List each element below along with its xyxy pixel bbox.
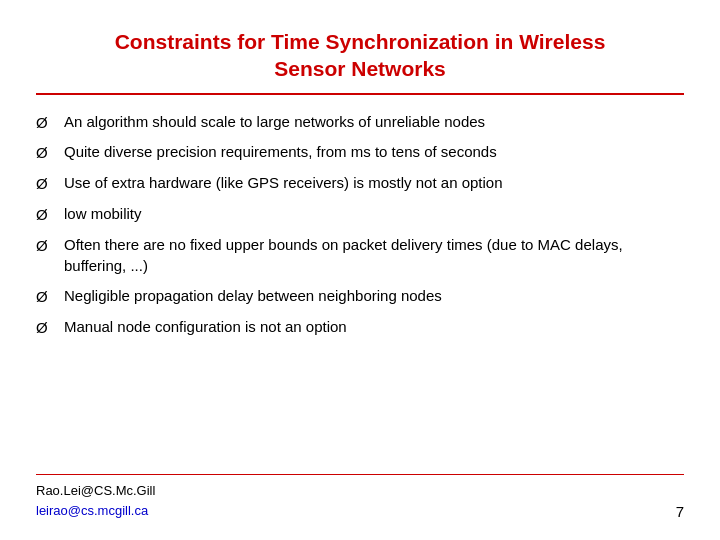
footer-email: leirao@cs.mcgill.ca [36,501,155,521]
bullet-text: Often there are no fixed upper bounds on… [64,234,684,278]
bullet-text: Quite diverse precision requirements, fr… [64,141,684,163]
bullet-item: ØAn algorithm should scale to large netw… [36,111,684,134]
bullet-symbol: Ø [36,234,64,257]
footer-name: Rao.Lei@CS.Mc.Gill [36,481,155,501]
bullet-item: ØNegligible propagation delay between ne… [36,285,684,308]
slide-title: Constraints for Time Synchronization in … [36,28,684,83]
bullet-text: An algorithm should scale to large netwo… [64,111,684,133]
bullet-item: ØOften there are no fixed upper bounds o… [36,234,684,278]
bullet-symbol: Ø [36,141,64,164]
title-divider [36,93,684,95]
bullet-text: Manual node configuration is not an opti… [64,316,684,338]
bullet-symbol: Ø [36,172,64,195]
bullet-item: ØUse of extra hardware (like GPS receive… [36,172,684,195]
bullet-symbol: Ø [36,316,64,339]
bullet-text: Negligible propagation delay between nei… [64,285,684,307]
bullet-text: Use of extra hardware (like GPS receiver… [64,172,684,194]
title-line1: Constraints for Time Synchronization in … [115,30,606,53]
bullet-symbol: Ø [36,203,64,226]
title-line2: Sensor Networks [274,57,446,80]
bullet-symbol: Ø [36,111,64,134]
bullet-text: low mobility [64,203,684,225]
bullet-item: Ølow mobility [36,203,684,226]
slide: Constraints for Time Synchronization in … [0,0,720,540]
footer-page: 7 [676,503,684,520]
bullet-item: ØManual node configuration is not an opt… [36,316,684,339]
slide-footer: Rao.Lei@CS.Mc.Gill leirao@cs.mcgill.ca 7 [36,474,684,520]
bullet-symbol: Ø [36,285,64,308]
bullet-item: ØQuite diverse precision requirements, f… [36,141,684,164]
footer-contact: Rao.Lei@CS.Mc.Gill leirao@cs.mcgill.ca [36,481,155,520]
bullet-list: ØAn algorithm should scale to large netw… [36,111,684,464]
